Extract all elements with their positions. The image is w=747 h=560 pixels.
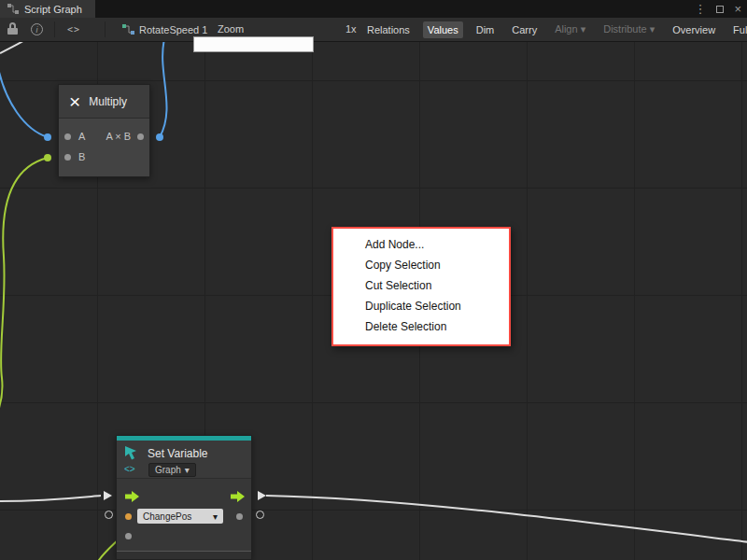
chevron-down-icon: ▾	[213, 511, 218, 522]
window-controls: ⋮ ×	[694, 0, 741, 18]
wire-end-dot-blue[interactable]	[156, 133, 163, 141]
menu-item-copy-selection[interactable]: Copy Selection	[333, 255, 509, 275]
port-row-b: B	[59, 147, 149, 167]
menu-item-delete-selection[interactable]: Delete Selection	[333, 316, 509, 337]
flow-out-arrow[interactable]	[231, 491, 245, 502]
close-icon[interactable]: ×	[734, 2, 741, 16]
node-title: Multiply	[89, 95, 127, 108]
value-in-port-dot[interactable]	[125, 533, 132, 539]
port-out-dot[interactable]	[137, 133, 144, 140]
code-icon[interactable]: <>	[67, 18, 80, 41]
wire-white-output[interactable]	[266, 496, 747, 542]
unconnected-port-ring[interactable]	[105, 511, 113, 519]
divider	[54, 21, 55, 37]
chevron-down-icon: ▾	[581, 23, 586, 35]
menu-item-duplicate-selection[interactable]: Duplicate Selection	[333, 296, 509, 316]
graph-name: RotateSpeed 1	[139, 24, 207, 35]
flow-in-arrow[interactable]	[125, 491, 139, 502]
wire-white-topleft[interactable]	[0, 42, 26, 53]
tab-script-graph[interactable]: Script Graph	[0, 0, 95, 18]
graph-canvas[interactable]: × Multiply A A × B B	[0, 42, 747, 560]
menu-item-cut-selection[interactable]: Cut Selection	[333, 275, 509, 296]
wire-blue-input[interactable]	[0, 68, 48, 137]
variable-name-port-dot[interactable]	[125, 513, 132, 520]
info-icon[interactable]: i	[31, 23, 43, 35]
wire-arrowhead[interactable]	[104, 491, 112, 500]
value-out-port-dot[interactable]	[236, 513, 243, 520]
port-row-a: A A × B	[59, 126, 149, 147]
full-screen-button[interactable]: Full Screen	[728, 21, 747, 38]
node-set-variable-header[interactable]: <> Set Variable Graph ▾	[117, 441, 251, 479]
wire-arrowhead[interactable]	[258, 491, 266, 500]
chevron-down-icon: ▾	[650, 23, 655, 35]
node-section-edge	[117, 551, 251, 559]
zoom-value: 1x	[345, 18, 357, 41]
inline-edit-box[interactable]	[193, 36, 314, 52]
kebab-menu-icon[interactable]: ⋮	[694, 2, 706, 16]
values-button[interactable]: Values	[423, 21, 463, 38]
chevron-down-icon: ▾	[185, 465, 190, 475]
variable-scope-dropdown[interactable]: Graph ▾	[148, 463, 196, 477]
graph-asset-icon	[122, 24, 134, 35]
svg-text:<>: <>	[124, 464, 135, 474]
relations-button[interactable]: Relations	[362, 21, 415, 38]
set-variable-icon: <>	[124, 445, 141, 475]
variable-dropdown[interactable]: ChangePos ▾	[137, 509, 223, 524]
toolbar-buttons: Relations Values Dim Carry Align ▾ Distr…	[362, 18, 747, 41]
wire-end-dot-blue[interactable]	[44, 133, 51, 141]
port-a-dot[interactable]	[64, 133, 71, 140]
carry-button[interactable]: Carry	[507, 21, 542, 38]
window-tab-bar: Script Graph ⋮ ×	[0, 0, 747, 18]
node-title: Set Variable	[148, 447, 207, 460]
unity-graph-window: Script Graph ⋮ × i <> RotateSpeed 1 Zoom	[0, 0, 747, 560]
lock-icon[interactable]	[7, 22, 18, 35]
multiply-icon: ×	[69, 91, 80, 111]
node-multiply-body: A A × B B	[59, 119, 149, 176]
context-menu: Add Node... Copy Selection Cut Selection…	[331, 227, 511, 346]
divider	[105, 21, 106, 37]
port-a-label: A	[78, 131, 85, 142]
port-out-label: A × B	[106, 131, 131, 142]
wire-white-input[interactable]	[0, 496, 101, 501]
graph-toolbar: i <> RotateSpeed 1 Zoom 1x Relations Val…	[0, 18, 747, 42]
menu-item-add-node[interactable]: Add Node...	[333, 234, 509, 255]
node-multiply-header[interactable]: × Multiply	[59, 85, 149, 119]
wire-blue-output[interactable]	[160, 42, 167, 137]
script-graph-icon	[7, 4, 19, 14]
maximize-icon[interactable]	[716, 6, 724, 13]
wire-end-dot-green[interactable]	[44, 154, 51, 161]
node-set-variable[interactable]: <> Set Variable Graph ▾ ChangePos ▾	[116, 435, 252, 560]
align-button[interactable]: Align ▾	[550, 21, 590, 38]
distribute-button[interactable]: Distribute ▾	[599, 21, 659, 38]
unconnected-port-ring[interactable]	[256, 511, 264, 519]
port-b-label: B	[78, 151, 85, 162]
node-multiply[interactable]: × Multiply A A × B B	[58, 84, 150, 177]
port-b-dot[interactable]	[64, 154, 71, 161]
wire-green-left[interactable]	[0, 158, 48, 413]
tab-title: Script Graph	[24, 4, 82, 15]
overview-button[interactable]: Overview	[668, 21, 720, 38]
dim-button[interactable]: Dim	[472, 21, 500, 38]
